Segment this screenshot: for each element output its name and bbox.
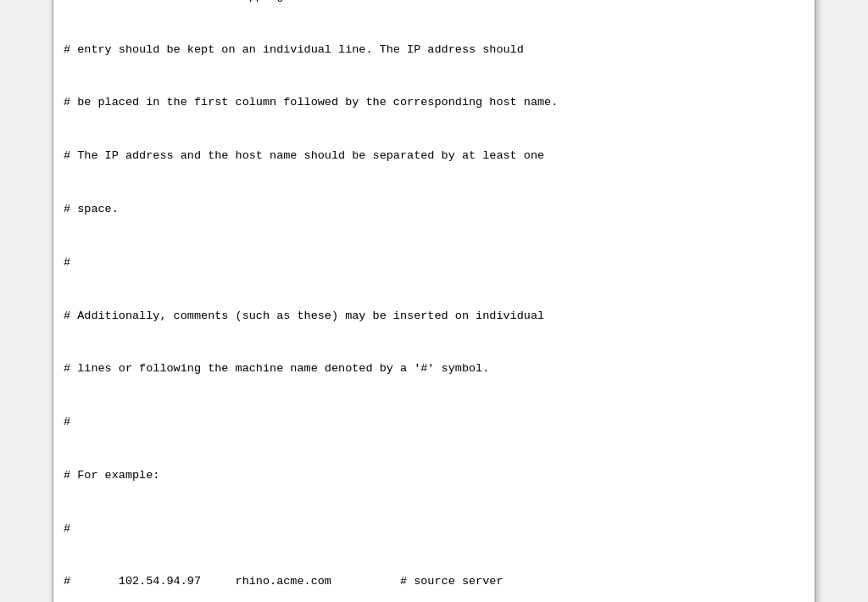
line-16: # 102.54.94.97 rhino.acme.com # source s… (64, 573, 804, 591)
line-9: # space. (64, 201, 804, 219)
line-12: # lines or following the machine name de… (64, 360, 804, 378)
text-content: # Copyright (c) 1993-2009 Microsoft Corp… (64, 0, 804, 602)
notepad-window: *hosts - Notepad ─ □ ✕ File Edit Format … (53, 0, 815, 602)
line-7: # be placed in the first column followed… (64, 94, 804, 112)
line-15: # (64, 521, 804, 538)
line-8: # The IP address and the host name shoul… (64, 148, 804, 165)
line-10: # (64, 254, 804, 272)
line-6: # entry should be kept on an individual … (64, 42, 804, 59)
line-14: # For example: (64, 467, 804, 485)
line-13: # (64, 414, 804, 432)
line-11: # Additionally, comments (such as these)… (64, 308, 804, 326)
editor-area[interactable]: # Copyright (c) 1993-2009 Microsoft Corp… (53, 0, 815, 602)
line-5: # This file contains the mappings of IP … (64, 0, 804, 6)
